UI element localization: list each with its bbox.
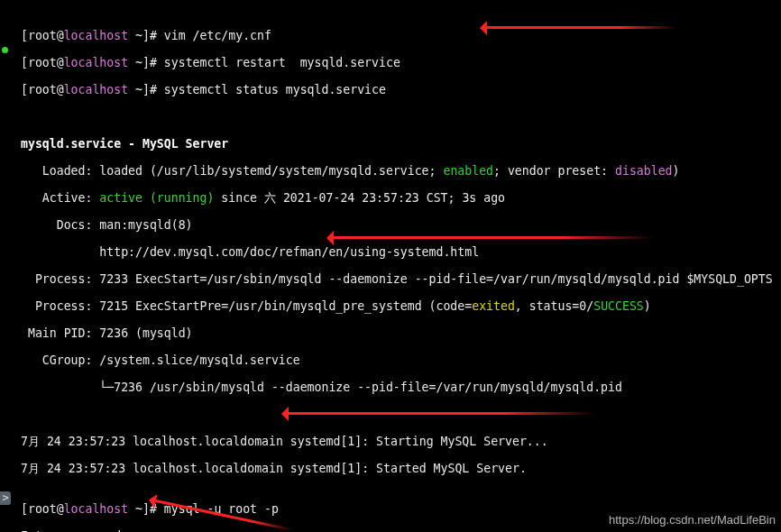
- status-docs: Docs: man:mysqld(8): [21, 218, 778, 232]
- cmd-restart: systemctl restart mysqld.service: [164, 56, 400, 69]
- journal-line: 7月 24 23:57:23 localhost.localdomain sys…: [21, 435, 778, 448]
- cmd-vim: vim /etc/my.cnf: [164, 29, 271, 42]
- panel-handle-icon[interactable]: >: [0, 491, 11, 505]
- status-mainpid: Main PID: 7236 (mysqld): [21, 326, 778, 340]
- command-line: [root@localhost ~]# vim /etc/my.cnf: [21, 29, 778, 42]
- watermark: https://blog.csdn.net/MadLifeBin: [609, 513, 776, 527]
- status-cgroup: CGroup: /system.slice/mysqld.service: [21, 353, 778, 367]
- command-line: [root@localhost ~]# systemctl restart my…: [21, 56, 778, 69]
- enabled-label: enabled: [443, 164, 493, 178]
- terminal[interactable]: [root@localhost ~]# vim /etc/my.cnf [roo…: [0, 0, 781, 532]
- prompt-root: [root@: [21, 29, 64, 42]
- status-header: mysqld.service - MySQL Server: [21, 137, 778, 151]
- status-cgroup-proc: └─7236 /usr/sbin/mysqld --daemonize --pi…: [21, 381, 778, 394]
- disabled-label: disabled: [615, 164, 673, 178]
- status-loaded: Loaded: loaded (/usr/lib/systemd/system/…: [21, 164, 778, 178]
- blank-line: [21, 408, 778, 421]
- cmd-status: systemctl status mysqld.service: [164, 83, 386, 96]
- prompt-host: localhost: [64, 29, 128, 42]
- command-line: [root@localhost ~]# systemctl status mys…: [21, 83, 778, 96]
- cmd-mysql: mysql -u root -p: [164, 502, 279, 516]
- status-process: Process: 7233 ExecStart=/usr/sbin/mysqld…: [21, 272, 778, 286]
- success-label: SUCCESS: [593, 299, 644, 313]
- status-docs-url: http://dev.mysql.com/doc/refman/en/using…: [21, 245, 778, 259]
- bullet-icon: [2, 47, 8, 53]
- exited-label: exited: [472, 299, 515, 313]
- status-process: Process: 7215 ExecStartPre=/usr/bin/mysq…: [21, 299, 778, 313]
- status-active: Active: active (running) since 六 2021-07…: [21, 191, 778, 205]
- active-running-label: active (running): [99, 191, 214, 205]
- journal-line: 7月 24 23:57:23 localhost.localdomain sys…: [21, 462, 778, 475]
